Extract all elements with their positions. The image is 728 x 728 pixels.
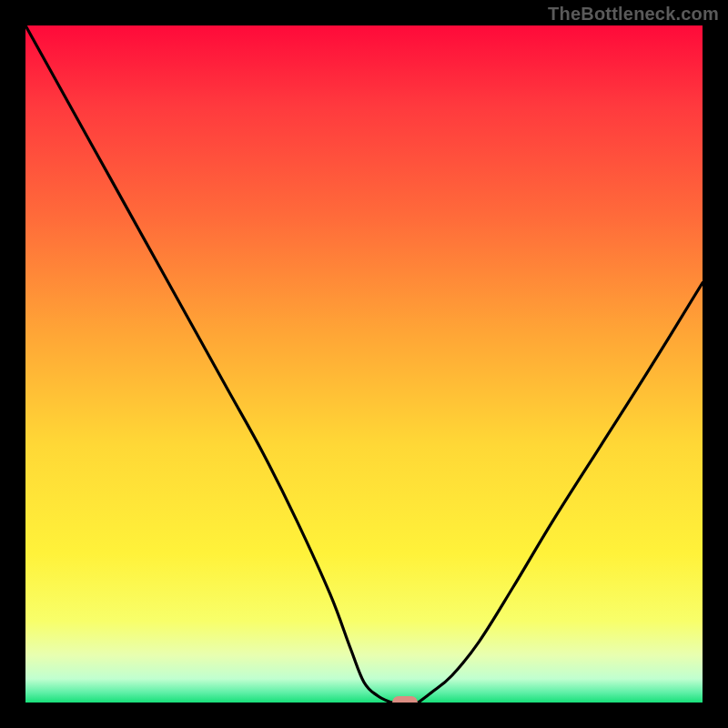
watermark-text: TheBottleneck.com — [548, 4, 719, 25]
optimum-marker — [392, 696, 418, 703]
plot-svg — [25, 25, 703, 703]
chart-frame: TheBottleneck.com — [0, 0, 728, 728]
gradient-background — [25, 25, 703, 703]
plot-area — [25, 25, 703, 703]
